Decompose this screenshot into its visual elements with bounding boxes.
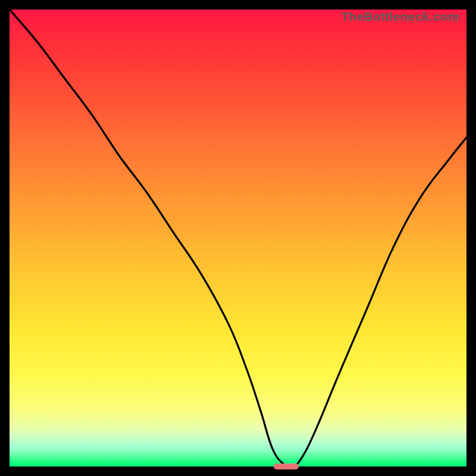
plot-area: TheBottleneck.com [10, 10, 466, 466]
curve-layer [10, 10, 466, 466]
optimal-marker [274, 464, 299, 469]
bottleneck-curve [10, 10, 466, 466]
